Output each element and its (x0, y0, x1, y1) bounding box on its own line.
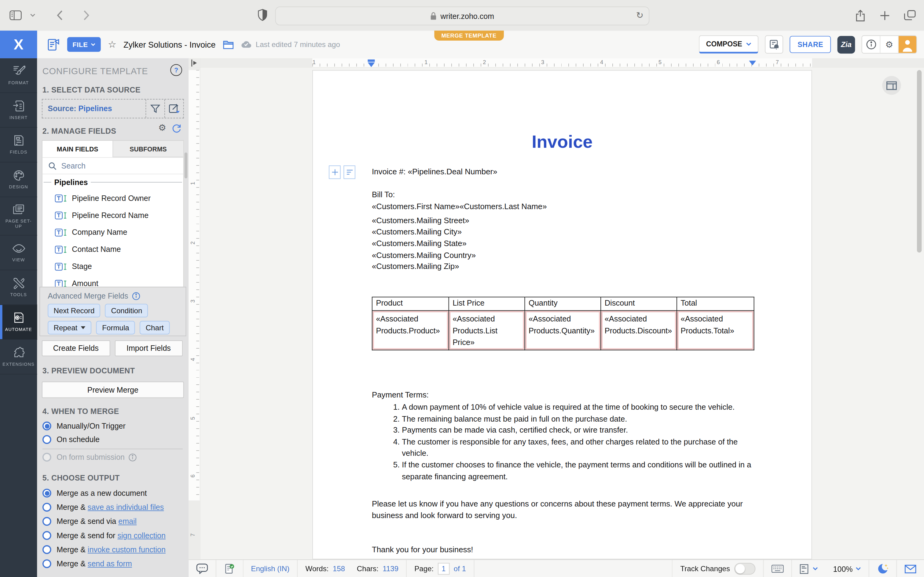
info-button[interactable] (862, 36, 880, 53)
term-item[interactable]: If the customer chooses to finance the v… (402, 459, 755, 482)
sign-collection-link[interactable]: sign collection (117, 531, 165, 540)
radio-button[interactable] (42, 545, 51, 554)
rail-item-automate[interactable]: AUTOMATE (0, 305, 37, 340)
rail-item-design[interactable]: DESIGN (0, 163, 37, 197)
folder-icon[interactable] (223, 39, 234, 50)
track-changes-toggle[interactable] (734, 563, 755, 575)
document-heading[interactable]: Invoice (313, 132, 812, 152)
right-indent-marker[interactable] (749, 61, 756, 65)
language-selector[interactable]: English (IN) (243, 560, 297, 577)
forward-button[interactable] (83, 10, 89, 21)
tab-subforms[interactable]: SUBFORMS (112, 141, 183, 157)
comments-button[interactable] (189, 560, 216, 577)
tab-overview-icon[interactable] (904, 10, 916, 21)
cell-discount-field[interactable]: «Associated Products.Discount» (601, 311, 677, 350)
horizontal-ruler[interactable]: 1 1 2 3 4 5 6 7 (200, 58, 924, 68)
edit-source-button[interactable] (165, 100, 183, 118)
term-item[interactable]: The remaining balance must be paid in fu… (402, 413, 755, 425)
term-item[interactable]: The customer is responsible for any taxe… (402, 436, 755, 459)
shield-icon[interactable] (258, 9, 268, 21)
condition-chip[interactable]: Condition (105, 304, 148, 317)
shortcut-keys-button[interactable] (764, 560, 792, 577)
refresh-fields-icon[interactable] (171, 123, 181, 133)
radio-button[interactable] (42, 422, 51, 430)
thank-you-line[interactable]: Thank you for your business! (372, 545, 473, 554)
formula-chip[interactable]: Formula (96, 321, 135, 334)
radio-button[interactable] (42, 435, 51, 444)
invoke-custom-function-link[interactable]: invoke custom function (88, 545, 166, 554)
radio-merge-sign-collection[interactable]: Merge & send for sign collection (42, 531, 166, 540)
info-icon[interactable] (132, 292, 140, 300)
radio-button[interactable] (42, 517, 51, 526)
radio-merge-send-email[interactable]: Merge & send via email (42, 517, 137, 526)
tab-stop-icon[interactable] (191, 60, 198, 66)
compose-button[interactable]: COMPOSE (699, 35, 759, 54)
field-search[interactable]: Search (42, 158, 183, 174)
info-icon[interactable] (128, 453, 137, 461)
word-count[interactable]: Words:158 Chars:1139 (298, 560, 406, 577)
add-block-icon[interactable] (329, 166, 341, 179)
page-view-selector[interactable] (792, 560, 825, 577)
closing-paragraph[interactable]: Please let us know if you have any quest… (372, 498, 753, 521)
create-fields-button[interactable]: Create Fields (42, 340, 110, 356)
radio-button[interactable] (42, 503, 51, 512)
rail-item-insert[interactable]: INSERT (0, 93, 37, 128)
radio-merge-custom-function[interactable]: Merge & invoke custom function (42, 545, 166, 554)
mailing-state-line[interactable]: «Customers.Mailing State» (372, 239, 467, 248)
email-link[interactable]: email (118, 517, 137, 526)
rail-item-extensions[interactable]: EXTENSIONS (0, 340, 37, 375)
preview-merge-button[interactable]: Preview Merge (42, 382, 184, 398)
radio-manually-on-trigger[interactable]: Manually/On Trigger (42, 422, 126, 430)
cell-product-field[interactable]: «Associated Products.Product» (372, 311, 449, 350)
vertical-ruler[interactable]: 1 2 3 4 5 6 7 (189, 68, 201, 559)
notifications-button[interactable] (765, 35, 783, 54)
mailing-country-line[interactable]: «Customers.Mailing Country» (372, 251, 476, 260)
document-scrollbar[interactable] (917, 70, 922, 253)
import-fields-button[interactable]: Import Fields (115, 340, 183, 356)
term-item[interactable]: A down payment of 10% of vehicle value i… (402, 401, 755, 413)
radio-merge-send-as-form[interactable]: Merge & send as form (42, 559, 132, 568)
back-button[interactable] (57, 10, 63, 21)
cell-list-price-field[interactable]: «Associated Products.List Price» (449, 311, 525, 350)
night-mode-button[interactable] (869, 560, 897, 577)
manage-fields-settings-icon[interactable]: ⚙ (158, 122, 166, 133)
rail-item-page-setup[interactable]: PAGE SET-UP (0, 197, 37, 235)
document-page[interactable]: Invoice Invoice #: «Pipelines.Deal Numbe… (312, 70, 812, 559)
cell-quantity-field[interactable]: «Associated Products.Quantity» (525, 311, 601, 350)
radio-button[interactable] (42, 559, 51, 568)
file-menu-button[interactable]: FILE (67, 37, 101, 52)
rail-item-tools[interactable]: TOOLS (0, 270, 37, 305)
customer-name-line[interactable]: «Customers.First Name»«Customers.Last Na… (372, 202, 547, 211)
radio-button[interactable] (42, 489, 51, 498)
field-item[interactable]: Pipeline Record Name (42, 207, 183, 224)
term-item[interactable]: Payments can be made via cash, certified… (402, 425, 755, 436)
new-tab-icon[interactable] (880, 10, 890, 21)
share-page-icon[interactable] (855, 9, 866, 21)
field-item[interactable]: Pipeline Record Owner (42, 190, 183, 207)
share-button[interactable]: SHARE (790, 36, 831, 53)
radio-on-schedule[interactable]: On schedule (42, 435, 100, 444)
mailing-zip-line[interactable]: «Customers.Mailing Zip» (372, 262, 459, 271)
cell-total-field[interactable]: «Associated Products.Total» (677, 311, 754, 350)
zia-button[interactable]: Zia (837, 36, 855, 53)
address-bar[interactable]: writer.zoho.com ↻ (275, 6, 649, 25)
data-source-box[interactable]: Source: Pipelines (42, 99, 184, 118)
user-avatar[interactable] (899, 36, 916, 53)
block-options-icon[interactable] (343, 166, 355, 179)
reload-icon[interactable]: ↻ (636, 10, 643, 21)
field-item[interactable]: Stage (42, 258, 183, 275)
field-item[interactable]: Amount (42, 275, 183, 287)
page-layout-toggle-button[interactable] (882, 76, 901, 95)
tab-main-fields[interactable]: MAIN FIELDS (42, 141, 112, 157)
fields-scrollbar[interactable] (184, 152, 187, 178)
next-record-chip[interactable]: Next Record (48, 304, 100, 317)
filter-button[interactable] (145, 100, 165, 118)
rail-item-view[interactable]: VIEW (0, 235, 37, 270)
field-item[interactable]: Company Name (42, 224, 183, 241)
zoom-selector[interactable]: 100% (825, 560, 868, 577)
writer-close-tile[interactable]: X (0, 31, 37, 58)
products-table[interactable]: Product List Price Quantity Discount Tot… (372, 297, 754, 350)
send-as-form-link[interactable]: send as form (88, 559, 132, 568)
page-number-input[interactable]: 1 (438, 563, 450, 575)
radio-button[interactable] (42, 531, 51, 540)
